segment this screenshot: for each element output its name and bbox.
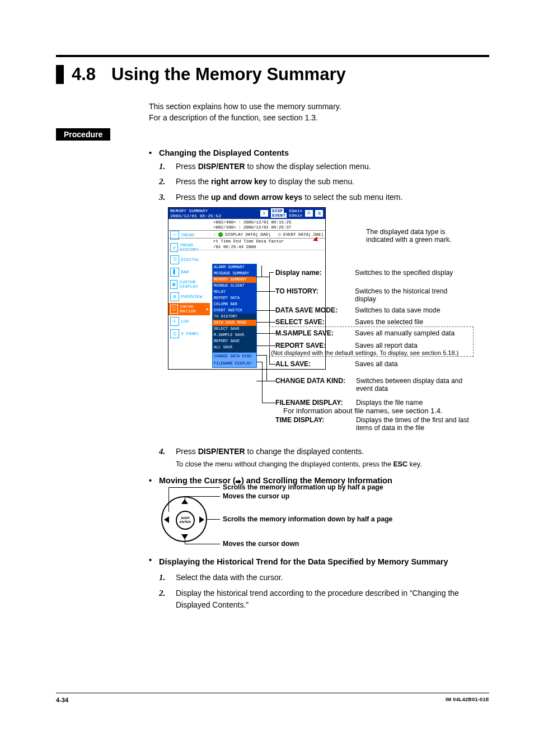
legend-time-display: TIME DISPLAY:: [275, 416, 324, 424]
nav-label-cursor-down: Moves the cursor down: [223, 540, 299, 548]
screen-radio-row: : DISPLAY DATA(.DAD) ◯ EVENT DATA(.DAE): [168, 231, 325, 239]
section-number: 4.8: [72, 65, 96, 84]
step-number: 4.: [159, 446, 176, 469]
doc-id: IM 04L42B01-01E: [446, 697, 489, 703]
refresh-icon: ⟳: [305, 209, 313, 217]
legend-select-save: SELECT SAVE:: [275, 318, 325, 326]
legend-report-save-note: (Not displayed with the default settings…: [271, 349, 458, 357]
bullet-icon: •: [149, 148, 159, 157]
chevron-left-icon: [164, 516, 169, 523]
intro-line-1: This section explains how to use the mem…: [149, 101, 534, 112]
intro-line-2: For a description of the function, see s…: [149, 112, 534, 123]
sidebar-item-active: ⓘINFOR- MATION▶: [168, 303, 210, 315]
sidebar-item: ▦CUSTOM DISPLAY▶: [168, 278, 210, 291]
legend-filename-display-desc: Displays the file name: [356, 399, 423, 407]
submenu-popup-2: CHANGE DATA KIND FILENAME DISPLAY: [212, 352, 257, 368]
disk-icon: ⧉: [315, 209, 324, 217]
legend-time-display-desc: Displays the times of the first and last…: [356, 416, 474, 432]
step-body: Press the up and down arrow keys to sele…: [176, 192, 485, 204]
legend-select-save-desc: Saves the selected file: [355, 318, 423, 326]
sidebar-item: ⊞OVERVIEW: [168, 291, 210, 303]
section-marker: [56, 65, 64, 84]
graph-icon: ✶: [260, 209, 269, 217]
legend-data-save: DATA SAVE MODE:: [275, 306, 338, 314]
step-number: 1.: [159, 572, 176, 584]
subheading-historical-trend: Displaying the Historical Trend for the …: [159, 556, 448, 568]
step-body: Press DISP/ENTER to change the displayed…: [176, 446, 485, 469]
step-number: 2.: [159, 587, 176, 610]
nav-label-cursor-up: Moves the cursor up: [223, 492, 289, 500]
bullet-icon: •: [149, 476, 159, 485]
step-number: 2.: [159, 176, 176, 188]
chevron-right-icon: [199, 516, 204, 523]
submenu-popup: ALARM SUMMARY MESSAGE SUMMARY MEMORY SUM…: [212, 264, 257, 357]
legend-change-data-kind-desc: Switches between display data and event …: [356, 377, 474, 393]
sidebar-item: ☷DIGITAL▶: [168, 254, 210, 266]
navkey-figure: DISP/ ENTER Scrolls the memory informati…: [160, 488, 485, 550]
page-number: 4-34: [56, 697, 68, 703]
step-number: 1.: [159, 161, 176, 173]
legend-msample-save-desc: Saves all manually sampled data: [355, 329, 455, 337]
legend-all-save-desc: Saves all data: [355, 360, 398, 368]
step-body: Press the right arrow key to display the…: [176, 176, 485, 188]
legend-display-name: Display name:: [275, 269, 322, 277]
nav-label-up-half: Scrolls the memory information up by hal…: [223, 483, 383, 491]
legend-data-save-desc: Switches to data save mode: [355, 306, 440, 314]
screen-columns: rt Time End Time Data Factor: [168, 239, 325, 244]
sidebar-item: ◫4 PANEL▶: [168, 328, 210, 340]
nav-label-down-half: Scrolls the memory information down by h…: [223, 515, 392, 523]
legend-all-save: ALL SAVE:: [275, 360, 311, 368]
legend-report-save-desc: Saves all report data: [355, 342, 418, 349]
step-body: Select the data with the cursor.: [176, 572, 485, 584]
step-number: 3.: [159, 192, 176, 204]
step-body: Display the historical trend according t…: [176, 587, 485, 610]
legend-filename-display: FILENAME DISPLAY:: [275, 399, 343, 407]
legend-msample-save: M.SAMPLE SAVE:: [275, 329, 334, 337]
screen-titlebar: MEMORY SUMMARY 2008/12/01 06:25:52 ✶ DIS…: [168, 208, 325, 219]
legend-filename-note: For information about file names, see se…: [283, 407, 443, 415]
legend-to-history: TO HISTORY:: [275, 287, 318, 295]
section-title: Using the Memory Summary: [111, 65, 346, 84]
procedure-tab: Procedure: [56, 128, 110, 141]
green-mark-icon: [218, 232, 223, 237]
bullet-icon: •: [149, 556, 159, 568]
sidebar-item: ▋BAR▶: [168, 266, 210, 278]
legend-change-data-kind: CHANGE DATA KIND:: [275, 377, 345, 385]
legend-display-name-desc: Switches to the specified display: [355, 269, 467, 277]
sidebar-item: ≡LOG▶: [168, 315, 210, 328]
legend-report-save: REPORT SAVE:: [275, 342, 326, 349]
legend-to-history-desc: Switches to the historical trend display: [355, 287, 467, 303]
memory-summary-figure: MEMORY SUMMARY 2008/12/01 06:25:52 ✶ DIS…: [159, 207, 472, 444]
note-data-type: The displayed data type is indicated wit…: [366, 228, 451, 244]
step-body: Press DISP/ENTER to show the display sel…: [176, 161, 485, 173]
subheading-changing: Changing the Displayed Contents: [159, 148, 289, 157]
screen-header: <002/400> : 2008/12/01 06:15:25 <002/100…: [168, 219, 325, 231]
screen-row: /01 06:25:44 2008: [168, 244, 325, 250]
